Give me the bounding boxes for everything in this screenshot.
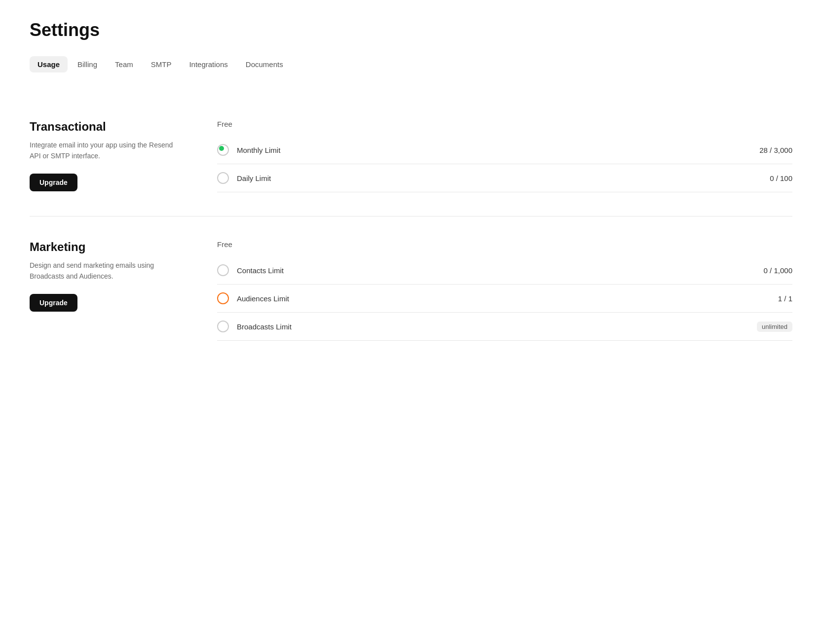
limit-value-daily-limit: 0 / 100: [770, 174, 792, 182]
limit-value-audiences-limit: 1 / 1: [778, 294, 792, 303]
section-right-marketing: FreeContacts Limit0 / 1,000Audiences Lim…: [217, 240, 792, 341]
section-right-transactional: FreeMonthly Limit28 / 3,000Daily Limit0 …: [217, 120, 792, 192]
tab-usage[interactable]: Usage: [30, 56, 68, 72]
section-desc-marketing: Design and send marketing emails using B…: [30, 260, 178, 282]
section-title-marketing: Marketing: [30, 240, 178, 254]
limit-row-daily-limit: Daily Limit0 / 100: [217, 164, 792, 192]
section-marketing: MarketingDesign and send marketing email…: [30, 216, 792, 364]
limit-row-monthly-limit: Monthly Limit28 / 3,000: [217, 136, 792, 164]
section-desc-transactional: Integrate email into your app using the …: [30, 140, 178, 162]
tab-billing[interactable]: Billing: [70, 56, 105, 72]
tab-integrations[interactable]: Integrations: [181, 56, 235, 72]
limit-value-contacts-limit: 0 / 1,000: [764, 266, 792, 275]
section-left-transactional: TransactionalIntegrate email into your a…: [30, 120, 178, 192]
limit-value-broadcasts-limit: unlimited: [757, 322, 792, 332]
limit-name-audiences-limit: Audiences Limit: [237, 294, 778, 303]
upgrade-button-transactional[interactable]: Upgrade: [30, 174, 77, 191]
tab-documents[interactable]: Documents: [238, 56, 291, 72]
section-title-transactional: Transactional: [30, 120, 178, 134]
upgrade-button-marketing[interactable]: Upgrade: [30, 294, 77, 312]
limit-icon-audiences-limit: [217, 292, 229, 304]
plan-label-marketing: Free: [217, 240, 792, 249]
limit-row-broadcasts-limit: Broadcasts Limitunlimited: [217, 313, 792, 341]
plan-label-transactional: Free: [217, 120, 792, 128]
limit-name-broadcasts-limit: Broadcasts Limit: [237, 322, 757, 331]
limit-value-monthly-limit: 28 / 3,000: [759, 146, 792, 154]
limit-name-daily-limit: Daily Limit: [237, 174, 770, 182]
section-transactional: TransactionalIntegrate email into your a…: [30, 96, 792, 216]
page-title: Settings: [30, 20, 792, 40]
limit-name-monthly-limit: Monthly Limit: [237, 146, 759, 154]
limit-row-audiences-limit: Audiences Limit1 / 1: [217, 285, 792, 313]
limit-name-contacts-limit: Contacts Limit: [237, 266, 764, 275]
limit-icon-contacts-limit: [217, 264, 229, 276]
section-left-marketing: MarketingDesign and send marketing email…: [30, 240, 178, 341]
limit-icon-monthly-limit: [217, 144, 229, 156]
tab-team[interactable]: Team: [107, 56, 141, 72]
tab-smtp[interactable]: SMTP: [143, 56, 180, 72]
limit-icon-broadcasts-limit: [217, 321, 229, 332]
tabs-nav: UsageBillingTeamSMTPIntegrationsDocument…: [30, 56, 792, 72]
limit-icon-daily-limit: [217, 172, 229, 184]
limit-row-contacts-limit: Contacts Limit0 / 1,000: [217, 256, 792, 285]
